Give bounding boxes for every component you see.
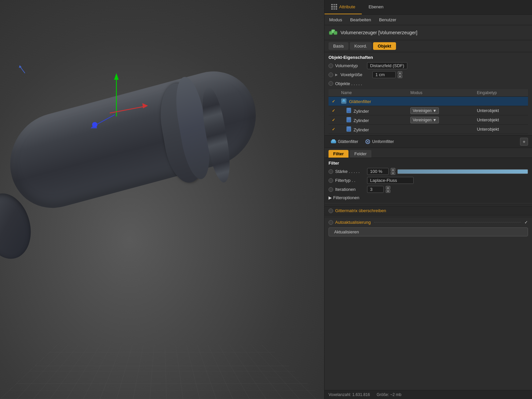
objekte-label: Objekte . . . . . [335,81,362,86]
aktualisieren-button[interactable]: Aktualisieren [329,227,528,236]
filteroptionen-label: Filteroptionen [333,195,359,200]
staerke-value[interactable]: 100 % [367,168,389,175]
autoaktualisierung-label: Autoaktualisierung [335,220,371,225]
properties-panel: Attribute Ebenen Modus Bearbeiten Benutz… [324,0,532,399]
gittermatrix-radio[interactable] [329,208,333,213]
svg-marker-9 [19,65,22,68]
objekte-radio[interactable] [329,81,333,86]
row-check[interactable]: ✓ [329,106,338,115]
svg-rect-25 [332,139,335,142]
sub-tab-koord[interactable]: Koord. [350,42,372,50]
voxelgroesse-value[interactable]: 1 cm [372,71,396,78]
glaettenfilter-btn[interactable]: Glättenfilter [329,138,360,146]
groesse: Größe: ~2 mb [377,392,401,397]
row-modus[interactable]: Vereinigen ▼ [408,106,474,115]
filter-felder-tabs: Filter Felder [325,148,532,158]
filtertyp-row: Filtertyp . . Laplace-Fluss [325,176,532,185]
filter-section-title: Filter [325,158,532,167]
filteroptionen-triangle: ▶ [329,195,332,200]
svg-rect-14 [343,99,345,101]
iterationen-radio[interactable] [329,187,333,192]
iterationen-up[interactable]: ▲ [386,186,390,189]
table-row[interactable]: ✓ Zylinder [329,115,528,125]
objekte-row: Objekte . . . . . [325,79,532,88]
table-row[interactable]: ✓ Zylinder [329,106,528,115]
sub-tab-objekt[interactable]: Objekt [373,42,396,50]
staerke-row: Stärke . . . . . 100 % ▲ ▼ [325,167,532,176]
staerke-spinner[interactable]: ▲ ▼ [391,168,395,175]
autoaktualisierung-check: ✓ [524,220,528,225]
tab-ebenen[interactable]: Ebenen [362,0,390,14]
umformfilter-label: Umformfilter [372,139,394,144]
node-name-zylinder3: Zylinder [353,127,369,132]
row-check[interactable]: ✓ [329,125,338,134]
row-name: Zylinder [338,125,408,134]
svg-point-20 [347,120,350,122]
svg-rect-12 [334,31,337,35]
svg-marker-3 [142,103,148,108]
menu-bar: Modus Bearbeiten Benutzer [325,15,532,25]
modus-dropdown1[interactable]: Vereinigen ▼ [410,107,439,114]
transform-gizmo[interactable]: A [83,66,150,133]
tab-felder[interactable]: Felder [350,150,371,158]
autoaktualisierung-radio[interactable] [329,220,333,225]
staerke-radio[interactable] [329,169,333,174]
node-name-glaettenfilter: Glättenfilter [349,99,371,104]
modus-dropdown2[interactable]: Vereinigen ▼ [410,117,439,123]
col-eingabetyp: Eingabetyp [474,89,528,97]
spinner-down[interactable]: ▼ [398,75,402,78]
volumentyp-value[interactable]: Distanzfeld (SDF) [367,62,407,69]
filteroptionen-row[interactable]: ▶ Filteroptionen [325,194,532,201]
umformfilter-btn[interactable]: Umformfilter [363,138,396,146]
spinner-up[interactable]: ▲ [398,71,402,74]
voxelgroesse-row: ▶ Voxelgröße 1 cm ▲ ▼ [325,70,532,79]
3d-viewport[interactable]: A [0,0,324,399]
volumentyp-row: Volumentyp Distanzfeld (SDF) [325,61,532,70]
row-modus [408,97,474,106]
dots-separator [374,222,521,222]
staerke-spinner-up[interactable]: ▲ [391,168,395,171]
row-name: Zylinder [338,115,408,125]
filtertyp-radio[interactable] [329,178,333,183]
staerke-spinner-down[interactable]: ▼ [391,172,395,175]
iterationen-spinner[interactable]: ▲ ▼ [386,186,390,193]
umformfilter-icon [365,139,371,145]
sub-tab-basis[interactable]: Basis [329,42,348,50]
voxelgroesse-spinner[interactable]: ▲ ▼ [398,71,402,78]
tab-filter[interactable]: Filter [329,150,348,158]
svg-marker-1 [114,73,119,80]
staerke-progress [397,169,528,174]
staerke-label: Stärke . . . . . [335,169,365,174]
cylinder-icon [346,126,351,132]
table-row[interactable]: ✓ Glättenfilter [329,97,528,106]
col-modus: Modus [408,89,474,97]
object-title: Volumenerzeuger [Volumenerzeuger] [340,30,417,35]
row-check[interactable]: ✓ [329,97,338,106]
filter-add-button[interactable]: + [520,138,528,146]
filtertyp-value[interactable]: Laplace-Fluss [367,177,414,184]
tab-attribute[interactable]: Attribute [325,0,362,14]
volumentyp-radio[interactable] [329,64,333,68]
menu-bearbeiten[interactable]: Bearbeiten [349,17,372,23]
row-eingabetyp [474,97,528,106]
grid-icon [331,4,337,10]
row-name: Glättenfilter [338,97,408,106]
voxelgroesse-triangle: ▶ [335,73,338,76]
col-name: Name [338,89,408,97]
menu-benutzer[interactable]: Benutzer [378,17,398,23]
table-row[interactable]: ✓ Zylinder [329,125,528,134]
node-name-zylinder2: Zylinder [353,118,369,123]
voxelgroesse-radio[interactable] [329,72,333,77]
gittermatrix-row: Gittermatrix überschreiben [325,206,532,215]
top-tab-bar: Attribute Ebenen [325,0,532,15]
filter-toolbar: Glättenfilter Umformfilter + [325,135,532,148]
viewport-grid [0,345,324,399]
iterationen-down[interactable]: ▼ [386,190,390,193]
row-modus[interactable]: Vereinigen ▼ [408,115,474,125]
object-info: Volumenerzeuger [Volumenerzeuger] [325,25,532,40]
menu-modus[interactable]: Modus [328,17,343,23]
svg-point-23 [347,130,350,131]
row-check[interactable]: ✓ [329,115,338,125]
iterationen-value[interactable]: 3 [367,186,384,193]
objekt-eigenschaften: Objekt-Eigenschaften Volumentyp Distanzf… [325,52,532,135]
